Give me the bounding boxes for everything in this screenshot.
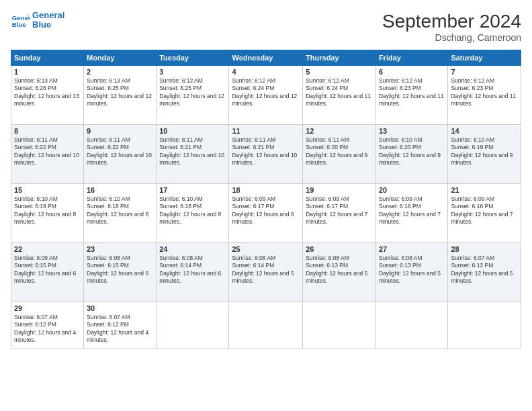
calendar-cell: 6Sunrise: 6:12 AMSunset: 6:23 PMDaylight…	[375, 66, 447, 125]
day-info: Sunrise: 6:11 AMSunset: 6:22 PMDaylight:…	[87, 136, 153, 167]
day-number: 4	[232, 68, 300, 76]
calendar-cell: 8Sunrise: 6:11 AMSunset: 6:22 PMDaylight…	[11, 125, 84, 184]
week-row-5: 29Sunrise: 6:07 AMSunset: 6:12 PMDayligh…	[11, 302, 521, 349]
day-number: 24	[159, 245, 226, 253]
day-info: Sunrise: 6:07 AMSunset: 6:12 PMDaylight:…	[451, 255, 518, 285]
day-number: 7	[451, 68, 518, 76]
week-row-1: 1Sunrise: 6:13 AMSunset: 6:26 PMDaylight…	[11, 66, 521, 125]
day-number: 3	[159, 68, 226, 76]
calendar-cell: 11Sunrise: 6:11 AMSunset: 6:21 PMDayligh…	[229, 125, 303, 184]
calendar-cell: 4Sunrise: 6:12 AMSunset: 6:24 PMDaylight…	[229, 66, 303, 125]
calendar-cell	[448, 302, 521, 349]
week-row-3: 15Sunrise: 6:10 AMSunset: 6:19 PMDayligh…	[11, 184, 521, 243]
calendar-cell: 26Sunrise: 6:08 AMSunset: 6:13 PMDayligh…	[303, 243, 376, 302]
week-row-4: 22Sunrise: 6:09 AMSunset: 6:15 PMDayligh…	[11, 243, 521, 302]
calendar-cell: 7Sunrise: 6:12 AMSunset: 6:23 PMDaylight…	[448, 66, 521, 125]
day-info: Sunrise: 6:12 AMSunset: 6:24 PMDaylight:…	[232, 77, 300, 108]
day-info: Sunrise: 6:08 AMSunset: 6:15 PMDaylight:…	[87, 255, 153, 285]
day-number: 18	[232, 186, 300, 194]
day-number: 25	[232, 245, 300, 253]
page: General Blue GeneralBlue September 2024 …	[0, 0, 532, 411]
day-info: Sunrise: 6:13 AMSunset: 6:26 PMDaylight:…	[14, 77, 81, 108]
calendar-cell: 16Sunrise: 6:10 AMSunset: 6:18 PMDayligh…	[84, 184, 157, 243]
col-header-monday: Monday	[84, 50, 157, 66]
calendar-cell: 29Sunrise: 6:07 AMSunset: 6:12 PMDayligh…	[11, 302, 84, 349]
day-info: Sunrise: 6:11 AMSunset: 6:22 PMDaylight:…	[14, 136, 81, 167]
day-number: 20	[379, 186, 445, 194]
day-info: Sunrise: 6:08 AMSunset: 6:14 PMDaylight:…	[232, 255, 300, 285]
logo-text: GeneralBlue	[32, 11, 64, 30]
day-number: 19	[306, 186, 373, 194]
day-info: Sunrise: 6:08 AMSunset: 6:13 PMDaylight:…	[306, 255, 373, 285]
day-info: Sunrise: 6:12 AMSunset: 6:23 PMDaylight:…	[451, 77, 518, 108]
day-info: Sunrise: 6:11 AMSunset: 6:20 PMDaylight:…	[306, 136, 373, 167]
calendar-cell: 5Sunrise: 6:12 AMSunset: 6:24 PMDaylight…	[303, 66, 376, 125]
title-block: September 2024 Dschang, Cameroon	[382, 11, 521, 43]
header: General Blue GeneralBlue September 2024 …	[11, 11, 521, 43]
calendar-cell: 1Sunrise: 6:13 AMSunset: 6:26 PMDaylight…	[11, 66, 84, 125]
day-number: 9	[87, 127, 153, 135]
calendar-cell: 12Sunrise: 6:11 AMSunset: 6:20 PMDayligh…	[303, 125, 376, 184]
header-row: SundayMondayTuesdayWednesdayThursdayFrid…	[11, 50, 521, 66]
day-number: 12	[306, 127, 373, 135]
calendar-cell: 23Sunrise: 6:08 AMSunset: 6:15 PMDayligh…	[84, 243, 157, 302]
col-header-saturday: Saturday	[448, 50, 521, 66]
col-header-friday: Friday	[375, 50, 447, 66]
week-row-2: 8Sunrise: 6:11 AMSunset: 6:22 PMDaylight…	[11, 125, 521, 184]
day-number: 15	[14, 186, 81, 194]
day-info: Sunrise: 6:07 AMSunset: 6:12 PMDaylight:…	[87, 314, 153, 345]
day-info: Sunrise: 6:12 AMSunset: 6:25 PMDaylight:…	[159, 77, 226, 108]
day-info: Sunrise: 6:10 AMSunset: 6:20 PMDaylight:…	[379, 136, 445, 167]
day-number: 22	[14, 245, 81, 253]
day-number: 17	[159, 186, 226, 194]
calendar-cell: 27Sunrise: 6:08 AMSunset: 6:13 PMDayligh…	[375, 243, 447, 302]
day-number: 26	[306, 245, 373, 253]
day-number: 16	[87, 186, 153, 194]
day-number: 28	[451, 245, 518, 253]
calendar-cell: 18Sunrise: 6:09 AMSunset: 6:17 PMDayligh…	[229, 184, 303, 243]
day-number: 13	[379, 127, 445, 135]
col-header-tuesday: Tuesday	[157, 50, 229, 66]
svg-text:Blue: Blue	[12, 21, 26, 28]
col-header-wednesday: Wednesday	[229, 50, 303, 66]
calendar-cell: 17Sunrise: 6:10 AMSunset: 6:18 PMDayligh…	[157, 184, 229, 243]
calendar-cell: 15Sunrise: 6:10 AMSunset: 6:19 PMDayligh…	[11, 184, 84, 243]
day-number: 29	[14, 304, 81, 312]
day-number: 11	[232, 127, 300, 135]
logo-icon: General Blue	[11, 11, 30, 30]
calendar-cell: 21Sunrise: 6:09 AMSunset: 6:16 PMDayligh…	[448, 184, 521, 243]
day-info: Sunrise: 6:08 AMSunset: 6:14 PMDaylight:…	[159, 255, 226, 285]
day-number: 2	[87, 68, 153, 76]
day-info: Sunrise: 6:10 AMSunset: 6:19 PMDaylight:…	[14, 195, 81, 226]
calendar-cell: 20Sunrise: 6:09 AMSunset: 6:16 PMDayligh…	[375, 184, 447, 243]
calendar-cell	[303, 302, 376, 349]
calendar-cell: 22Sunrise: 6:09 AMSunset: 6:15 PMDayligh…	[11, 243, 84, 302]
col-header-thursday: Thursday	[303, 50, 376, 66]
logo: General Blue GeneralBlue	[11, 11, 64, 30]
calendar-table: SundayMondayTuesdayWednesdayThursdayFrid…	[11, 50, 521, 349]
calendar-cell	[157, 302, 229, 349]
day-info: Sunrise: 6:13 AMSunset: 6:25 PMDaylight:…	[87, 77, 153, 108]
month-title: September 2024	[382, 11, 521, 32]
calendar-cell: 3Sunrise: 6:12 AMSunset: 6:25 PMDaylight…	[157, 66, 229, 125]
day-number: 14	[451, 127, 518, 135]
calendar-cell: 2Sunrise: 6:13 AMSunset: 6:25 PMDaylight…	[84, 66, 157, 125]
calendar-cell	[375, 302, 447, 349]
calendar-cell: 9Sunrise: 6:11 AMSunset: 6:22 PMDaylight…	[84, 125, 157, 184]
day-info: Sunrise: 6:10 AMSunset: 6:18 PMDaylight:…	[87, 195, 153, 226]
calendar-cell: 30Sunrise: 6:07 AMSunset: 6:12 PMDayligh…	[84, 302, 157, 349]
day-number: 21	[451, 186, 518, 194]
calendar-cell: 25Sunrise: 6:08 AMSunset: 6:14 PMDayligh…	[229, 243, 303, 302]
calendar-cell: 10Sunrise: 6:11 AMSunset: 6:21 PMDayligh…	[157, 125, 229, 184]
day-number: 27	[379, 245, 445, 253]
calendar-cell: 14Sunrise: 6:10 AMSunset: 6:19 PMDayligh…	[448, 125, 521, 184]
col-header-sunday: Sunday	[11, 50, 84, 66]
day-number: 30	[87, 304, 153, 312]
day-info: Sunrise: 6:10 AMSunset: 6:18 PMDaylight:…	[159, 195, 226, 226]
calendar-cell: 24Sunrise: 6:08 AMSunset: 6:14 PMDayligh…	[157, 243, 229, 302]
day-number: 1	[14, 68, 81, 76]
day-info: Sunrise: 6:12 AMSunset: 6:24 PMDaylight:…	[306, 77, 373, 108]
day-info: Sunrise: 6:10 AMSunset: 6:19 PMDaylight:…	[451, 136, 518, 167]
day-info: Sunrise: 6:09 AMSunset: 6:17 PMDaylight:…	[232, 195, 300, 226]
calendar-cell: 19Sunrise: 6:09 AMSunset: 6:17 PMDayligh…	[303, 184, 376, 243]
